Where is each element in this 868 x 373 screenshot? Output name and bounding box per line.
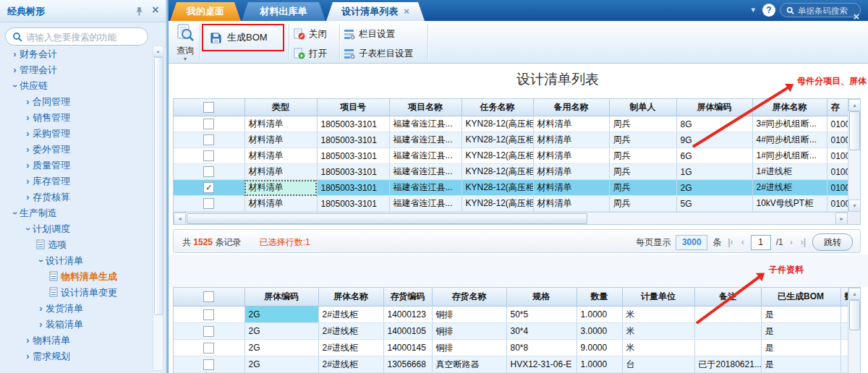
- cell-unit[interactable]: 米: [622, 340, 694, 356]
- col-panel-code[interactable]: 屏体编码: [244, 288, 318, 306]
- col-project-no[interactable]: 项目号: [317, 99, 389, 116]
- cell-unit[interactable]: 米: [622, 306, 694, 323]
- cell-alias[interactable]: 材料清单: [533, 132, 609, 148]
- per-page-input[interactable]: 3000: [676, 235, 707, 250]
- tree-item-mgmt-accounting[interactable]: ›管理会计: [1, 62, 152, 78]
- tree-item-packing-list[interactable]: ›装箱清单: [1, 317, 152, 333]
- row-checkbox[interactable]: [203, 309, 214, 320]
- row-select-cell[interactable]: [174, 306, 244, 323]
- tree-item-outsourcing[interactable]: ›委外管理: [1, 142, 152, 158]
- vertical-scrollbar[interactable]: ▴ ▾: [848, 99, 860, 212]
- row-select-cell[interactable]: [174, 116, 244, 132]
- horizontal-scrollbar[interactable]: ◂ ▸: [174, 212, 848, 224]
- tree-item-demand-planning[interactable]: ›需求规划: [1, 348, 152, 364]
- last-page-button[interactable]: ›|: [799, 237, 807, 247]
- cell-clipped[interactable]: [841, 356, 848, 373]
- cell-project-name[interactable]: 福建省连江县...: [389, 116, 461, 132]
- prev-page-button[interactable]: ‹: [740, 237, 746, 247]
- tree-item-plan-scheduling[interactable]: ›计划调度: [1, 221, 152, 237]
- cell-bom[interactable]: 是: [761, 340, 841, 356]
- scrollbar-thumb[interactable]: [849, 111, 860, 150]
- col-bom-generated[interactable]: 已生成BOM: [761, 288, 841, 306]
- vertical-scrollbar[interactable]: ▴: [848, 288, 860, 373]
- table-row[interactable]: 2G 2#进线柜 14000145 铜排 80*8 9.0000 米 是: [174, 340, 848, 356]
- cell-inventory[interactable]: 010008: [827, 196, 848, 212]
- close-button[interactable]: 关闭: [294, 25, 327, 43]
- select-all-cell[interactable]: [174, 288, 244, 306]
- tree-item-material-list[interactable]: ›物料清单: [1, 333, 152, 348]
- select-all-checkbox[interactable]: [203, 291, 214, 302]
- tab-material-outbound[interactable]: 材料出库单: [242, 2, 326, 21]
- cell-panel-code[interactable]: 2G: [244, 356, 318, 373]
- cell-project-name[interactable]: 福建省连江县...: [389, 180, 461, 196]
- sidebar-search-input[interactable]: 请输入您要搜索的功能: [5, 27, 148, 46]
- tree-item-stock-accounting[interactable]: ›存货核算: [1, 189, 152, 205]
- cell-project-name[interactable]: 福建省连江县...: [389, 164, 461, 180]
- cell-spec[interactable]: HVX12-31-06-E: [506, 356, 576, 373]
- cell-spec[interactable]: 30*4: [506, 323, 576, 340]
- col-panel-name[interactable]: 屏体名称: [318, 288, 383, 306]
- table-row[interactable]: 材料清单 1805003-3101 福建省连江县... KYN28-12(高压柜…: [174, 196, 848, 212]
- col-inv-name[interactable]: 存货名称: [432, 288, 506, 306]
- first-page-button[interactable]: |‹: [726, 237, 734, 247]
- cell-task-name[interactable]: KYN28-12(高压柜): [461, 164, 533, 180]
- cell-creator[interactable]: 周兵: [609, 164, 676, 180]
- col-remark[interactable]: 备注: [694, 288, 761, 306]
- cell-inv-name[interactable]: 真空断路器: [432, 356, 506, 373]
- row-checkbox[interactable]: [203, 343, 214, 353]
- cell-type[interactable]: 材料清单: [244, 164, 317, 180]
- cell-panel-name[interactable]: 1#同步机组断...: [752, 148, 827, 164]
- tree-item-quality[interactable]: ›质量管理: [1, 158, 152, 173]
- cell-task-name[interactable]: KYN28-12(高压柜): [461, 196, 533, 212]
- cell-creator[interactable]: 周兵: [609, 116, 676, 132]
- cell-inventory[interactable]: 010008: [827, 132, 848, 148]
- pane-close-icon[interactable]: ×: [851, 11, 862, 22]
- table-row[interactable]: 材料清单 1805003-3101 福建省连江县... KYN28-12(高压柜…: [174, 132, 848, 148]
- cell-panel-name[interactable]: 1#进线柜: [752, 164, 827, 180]
- query-dropdown-caret-icon[interactable]: ▾: [171, 57, 200, 61]
- cell-panel-code[interactable]: 6G: [676, 148, 752, 164]
- cell-inventory[interactable]: 010008: [827, 148, 848, 164]
- tree-item-bom-generate[interactable]: 物料清单生成: [1, 269, 152, 285]
- col-panel-code[interactable]: 屏体编码: [676, 99, 752, 116]
- scroll-right-icon[interactable]: ▸: [835, 213, 848, 225]
- cell-qty[interactable]: 3.0000: [576, 323, 622, 340]
- cell-inventory[interactable]: 010008: [827, 180, 848, 196]
- cell-panel-name[interactable]: 2#进线柜: [318, 340, 383, 356]
- row-checkbox[interactable]: [203, 326, 214, 337]
- tab-design-list-active[interactable]: 设计清单列表×: [326, 2, 425, 21]
- open-button[interactable]: 打开: [294, 45, 327, 62]
- tree-item-sales[interactable]: ›销售管理: [1, 110, 152, 126]
- col-alias[interactable]: 备用名称: [533, 99, 609, 116]
- cell-alias[interactable]: 材料清单: [533, 196, 609, 212]
- cell-creator[interactable]: 周兵: [609, 132, 676, 148]
- row-select-cell[interactable]: [174, 323, 244, 340]
- cell-type[interactable]: 材料清单: [244, 148, 317, 164]
- tree-item-purchase[interactable]: ›采购管理: [1, 126, 152, 142]
- help-icon[interactable]: ?: [762, 4, 775, 17]
- tab-close-icon[interactable]: ×: [404, 6, 409, 17]
- cell-panel-code[interactable]: 2G: [244, 323, 318, 340]
- sidebar-close-icon[interactable]: ×: [149, 3, 162, 17]
- scroll-up-icon[interactable]: ▴: [153, 46, 163, 57]
- cell-project-name[interactable]: 福建省连江县...: [389, 148, 461, 164]
- col-task-name[interactable]: 任务名称: [461, 99, 533, 116]
- row-checkbox[interactable]: [203, 359, 214, 370]
- col-creator[interactable]: 制单人: [609, 99, 676, 116]
- scroll-up-icon[interactable]: ▴: [848, 99, 861, 111]
- table-row[interactable]: 2G 2#进线柜 13056668 真空断路器 HVX12-31-06-E 1.…: [174, 356, 848, 373]
- cell-alias[interactable]: 材料清单: [533, 180, 609, 196]
- pin-icon[interactable]: [133, 6, 145, 17]
- tree-item-inventory[interactable]: ›库存管理: [1, 173, 152, 189]
- row-select-cell[interactable]: [174, 196, 244, 212]
- cell-remark[interactable]: [694, 340, 761, 356]
- column-settings-button[interactable]: 栏目设置: [344, 25, 395, 43]
- row-checkbox[interactable]: [203, 134, 214, 145]
- sidebar-scrollbar[interactable]: ▴: [153, 46, 163, 371]
- cell-project-no[interactable]: 1805003-3101: [317, 196, 389, 212]
- cell-inv-code[interactable]: 14000145: [383, 340, 432, 356]
- tree-item-design-list[interactable]: ›设计清单: [1, 253, 152, 269]
- col-inventory[interactable]: 存: [827, 99, 848, 116]
- cell-panel-name[interactable]: 2#进线柜: [318, 306, 383, 323]
- cell-task-name[interactable]: KYN28-12(高压柜): [461, 148, 533, 164]
